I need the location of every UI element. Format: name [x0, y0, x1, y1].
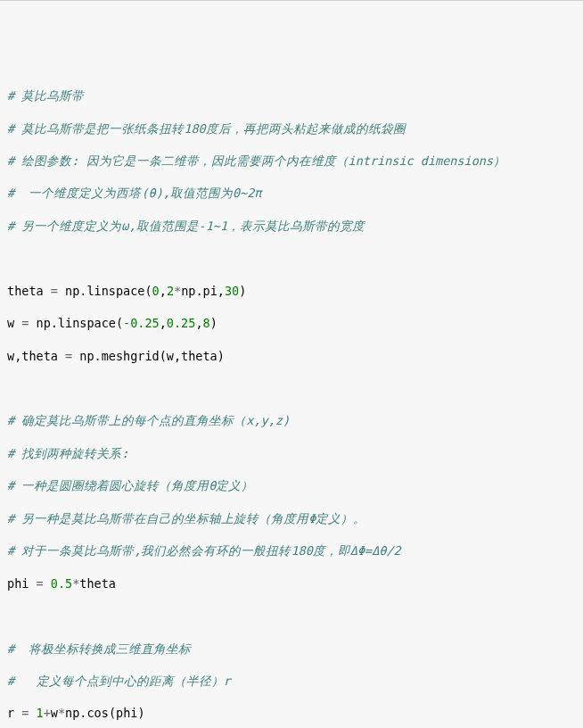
comment: # 一个维度定义为西塔(θ),取值范围为0~2π [7, 186, 261, 200]
comment: # 一种是圆圈绕着圆心旋转（角度用θ定义） [7, 478, 253, 492]
comment: # 绘图参数: 因为它是一条二维带，因此需要两个内在维度（intrinsic d… [7, 153, 505, 168]
code-cell[interactable]: # 莫比乌斯带 # 莫比乌斯带是把一张纸条扭转180度后，再把两头粘起来做成的纸… [7, 71, 576, 728]
comment: # 找到两种旋转关系: [7, 446, 128, 460]
comment: # 莫比乌斯带是把一张纸条扭转180度后，再把两头粘起来做成的纸袋圈 [7, 121, 406, 136]
comment: # 另一个维度定义为ω,取值范围是-1~1，表示莫比乌斯带的宽度 [7, 219, 365, 233]
code: theta [7, 284, 51, 298]
comment: # 对于一条莫比乌斯带,我们必然会有环的一般扭转180度，即ΔΦ=Δθ/2 [7, 543, 401, 558]
comment: # 确定莫比乌斯带上的每个点的直角坐标（x,y,z) [7, 413, 290, 427]
comment: # 定义每个点到中心的距离（半径）r [7, 674, 231, 688]
comment: # 另一种是莫比乌斯带在自己的坐标轴上旋转（角度用Φ定义）。 [7, 511, 365, 525]
comment: # 莫比乌斯带 [7, 88, 84, 103]
comment: # 将极坐标转换成三维直角坐标 [7, 641, 191, 656]
